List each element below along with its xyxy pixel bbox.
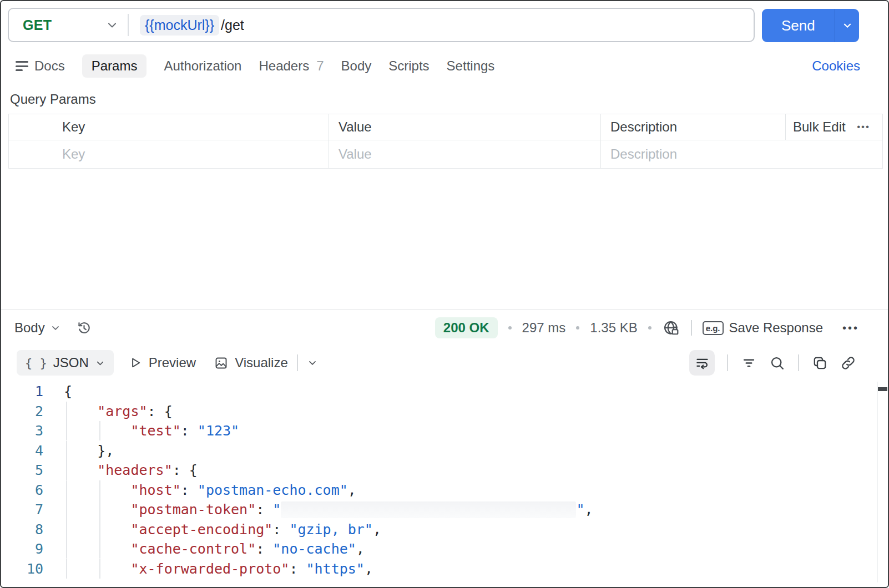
save-response-label: Save Response bbox=[729, 320, 823, 336]
tab-body[interactable]: Body bbox=[341, 58, 372, 74]
code-row: 2 "args": { bbox=[1, 402, 875, 422]
search-button[interactable] bbox=[769, 354, 786, 372]
status-badge[interactable]: 200 OK bbox=[435, 317, 498, 338]
indent-guide bbox=[99, 500, 100, 520]
example-icon: e.g. bbox=[703, 321, 724, 335]
request-url-bar: GET {{mockUrl}} /get bbox=[8, 8, 755, 42]
indent-guide bbox=[99, 559, 100, 579]
code-token: "no-cache" bbox=[272, 541, 356, 557]
url-variable: {{mockUrl}} bbox=[140, 15, 219, 36]
response-history-button[interactable] bbox=[75, 320, 93, 337]
divider bbox=[297, 354, 298, 371]
response-meta: 200 OK 297 ms 1.35 KB e.g. Save Response… bbox=[435, 317, 859, 338]
code-token bbox=[64, 482, 130, 498]
query-params-title: Query Params bbox=[10, 92, 96, 107]
code-token: , bbox=[373, 521, 381, 538]
chevron-down-icon bbox=[50, 322, 61, 333]
response-toolbar: { } JSON Preview Visualize bbox=[17, 349, 857, 376]
tab-label: Body bbox=[341, 58, 372, 74]
tab-docs[interactable]: Docs bbox=[16, 58, 65, 74]
divider bbox=[798, 354, 799, 371]
param-key-input[interactable]: Key bbox=[9, 140, 329, 168]
response-body-code: 1{2 "args": {3 "test": "123"4 },5 "heade… bbox=[1, 382, 875, 587]
column-header-actions: Bulk Edit ••• bbox=[786, 114, 882, 140]
code-token: }, bbox=[64, 443, 114, 459]
code-token: : { bbox=[173, 462, 198, 478]
code-line[interactable]: }, bbox=[64, 443, 114, 459]
tab-label: Params bbox=[92, 58, 138, 74]
tab-label: Settings bbox=[447, 58, 495, 74]
copy-button[interactable] bbox=[811, 354, 829, 372]
response-more-options-icon[interactable]: ••• bbox=[842, 322, 859, 334]
code-token: "123" bbox=[198, 423, 239, 439]
save-response-button[interactable]: e.g. Save Response bbox=[703, 320, 823, 336]
code-line[interactable]: "x-forwarded-proto": "https", bbox=[64, 561, 373, 577]
code-token: "accept-encoding" bbox=[130, 521, 272, 538]
code-token: : bbox=[272, 521, 289, 538]
scrollbar-track[interactable] bbox=[877, 382, 878, 582]
visualize-label: Visualize bbox=[235, 355, 288, 371]
pane-divider[interactable] bbox=[1, 310, 888, 310]
code-token: " bbox=[576, 501, 584, 518]
line-number: 3 bbox=[1, 423, 43, 439]
send-label: Send bbox=[762, 17, 835, 34]
line-number: 6 bbox=[1, 482, 43, 498]
code-line[interactable]: "cache-control": "no-cache", bbox=[64, 541, 365, 557]
filter-icon bbox=[740, 354, 757, 372]
tab-authorization[interactable]: Authorization bbox=[164, 58, 241, 74]
visualize-button[interactable]: Visualize bbox=[214, 355, 288, 371]
word-wrap-icon bbox=[694, 355, 710, 371]
code-row: 7 "postman-token": "", bbox=[1, 500, 875, 520]
code-token: , bbox=[348, 482, 356, 498]
code-line[interactable]: { bbox=[64, 383, 72, 399]
code-line[interactable]: "postman-token": "", bbox=[64, 501, 593, 518]
chevron-down-icon bbox=[95, 358, 105, 368]
url-path: /get bbox=[221, 17, 244, 33]
code-token: : bbox=[256, 501, 272, 518]
tab-headers[interactable]: Headers 7 bbox=[259, 58, 324, 74]
code-line[interactable]: "headers": { bbox=[64, 462, 198, 478]
dot-separator bbox=[576, 326, 579, 330]
indent-guide bbox=[66, 402, 67, 421]
tab-settings[interactable]: Settings bbox=[447, 58, 495, 74]
column-header-value: Value bbox=[329, 114, 601, 140]
code-line[interactable]: "test": "123" bbox=[64, 423, 239, 439]
code-line[interactable]: "accept-encoding": "gzip, br", bbox=[64, 521, 381, 538]
code-row: 10 "x-forwarded-proto": "https", bbox=[1, 559, 875, 579]
more-options-icon[interactable]: ••• bbox=[857, 121, 870, 133]
code-row: 5 "headers": { bbox=[1, 460, 875, 480]
url-input[interactable]: {{mockUrl}} /get bbox=[129, 15, 754, 36]
tab-params[interactable]: Params bbox=[82, 54, 147, 78]
line-number: 5 bbox=[1, 462, 43, 478]
method-selector[interactable]: GET bbox=[9, 9, 128, 41]
link-button[interactable] bbox=[840, 354, 857, 372]
send-options-button[interactable] bbox=[835, 19, 859, 32]
code-token bbox=[64, 403, 97, 419]
line-number: 9 bbox=[1, 541, 43, 557]
tab-label: Authorization bbox=[164, 58, 241, 74]
response-body-selector[interactable]: Body bbox=[14, 320, 61, 336]
scrollbar-thumb[interactable] bbox=[878, 387, 887, 391]
send-button[interactable]: Send bbox=[762, 9, 859, 42]
tab-scripts[interactable]: Scripts bbox=[388, 58, 429, 74]
param-value-input[interactable]: Value bbox=[329, 140, 601, 168]
response-time: 297 ms bbox=[522, 320, 566, 336]
bulk-edit-button[interactable]: Bulk Edit bbox=[793, 119, 846, 135]
history-icon bbox=[75, 320, 93, 337]
network-security-icon[interactable] bbox=[662, 319, 680, 337]
code-line[interactable]: "args": { bbox=[64, 403, 173, 419]
docs-icon bbox=[16, 58, 28, 73]
app-window: GET {{mockUrl}} /get Send Docs Params Au… bbox=[0, 0, 889, 588]
code-token: : bbox=[181, 482, 198, 498]
filter-button[interactable] bbox=[740, 354, 757, 372]
param-description-input[interactable]: Description bbox=[601, 140, 882, 168]
query-params-table: Key Value Description Bulk Edit ••• Key … bbox=[8, 114, 883, 169]
format-selector[interactable]: { } JSON bbox=[17, 350, 114, 376]
cookies-link[interactable]: Cookies bbox=[812, 58, 860, 74]
preview-button[interactable]: Preview bbox=[128, 355, 196, 371]
code-line[interactable]: "host": "postman-echo.com", bbox=[64, 482, 356, 498]
chevron-down-icon[interactable] bbox=[307, 357, 318, 368]
method-label: GET bbox=[23, 17, 52, 33]
code-token bbox=[64, 462, 97, 478]
word-wrap-button[interactable] bbox=[689, 350, 715, 376]
